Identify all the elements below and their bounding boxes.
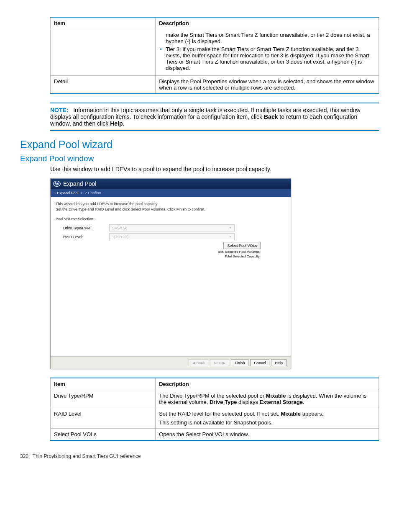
note-label: NOTE: xyxy=(50,107,69,113)
cell-desc: Opens the Select Pool VOLs window. xyxy=(156,429,379,441)
wizard-steps: 1.Expand Pool > 2.Confirm xyxy=(51,189,291,197)
raid-level-value: 1(2D+2D) xyxy=(112,235,128,239)
help-button[interactable]: Help xyxy=(271,359,286,366)
form-row-drive-type: Drive Type/RPM: SAS/15k ▼ xyxy=(63,224,286,231)
cell-item: Detail xyxy=(51,76,156,94)
finish-button[interactable]: Finish xyxy=(231,359,248,366)
table-continuation: Item Description make the Smart Tiers or… xyxy=(50,17,379,94)
wizard-step-1[interactable]: 1.Expand Pool xyxy=(54,191,79,195)
wizard-step-2[interactable]: 2.Confirm xyxy=(85,191,101,195)
drive-type-select[interactable]: SAS/15k ▼ xyxy=(109,224,235,231)
tier-list: Tier 3: If you make the Smart Tiers or S… xyxy=(159,46,375,71)
cell-item: RAID Level xyxy=(51,408,156,429)
wizard-intro-line: This wizard lets you add LDEVs to increa… xyxy=(56,201,286,207)
note-text: . xyxy=(123,120,125,127)
tier-bullet: Tier 3: If you make the Smart Tiers or S… xyxy=(166,46,375,71)
total-selected-capacity-label: Total Selected Capacity: xyxy=(225,254,261,258)
raid-level-select[interactable]: 1(2D+2D) ▼ xyxy=(109,233,235,240)
cell-desc: The Drive Type/RPM of the selected pool … xyxy=(156,390,379,408)
note-box: NOTE: Information in this topic assumes … xyxy=(50,103,379,131)
desc-text: make the Smart Tiers or Smart Tiers Z fu… xyxy=(159,32,375,44)
page-footer: 320 Thin Provisioning and Smart Tiers GU… xyxy=(20,453,379,459)
cell-desc: make the Smart Tiers or Smart Tiers Z fu… xyxy=(156,29,379,76)
wizard-intro: This wizard lets you add LDEVs to increa… xyxy=(56,201,286,212)
desc-bold: External Storage xyxy=(260,399,303,405)
cell-item: Drive Type/RPM xyxy=(51,390,156,408)
table-row: Select Pool VOLs Opens the Select Pool V… xyxy=(51,429,379,441)
drive-type-value: SAS/15k xyxy=(112,226,127,230)
wizard-titlebar: hp Expand Pool xyxy=(51,179,291,189)
desc-text: appears. xyxy=(301,411,323,417)
table-row: RAID Level Set the RAID level for the se… xyxy=(51,408,379,429)
desc-text: displays xyxy=(237,399,259,405)
wizard-footer: ◀ Back Next ▶ Finish Cancel Help xyxy=(51,356,291,369)
th-item: Item xyxy=(51,378,156,390)
wizard-title: Expand Pool xyxy=(63,180,96,187)
desc-text: This setting is not available for Snapsh… xyxy=(159,419,375,426)
th-desc: Description xyxy=(156,17,379,29)
pool-volume-selection-label: Pool Volume Selection: xyxy=(56,217,286,221)
cell-desc: Displays the Pool Properties window when… xyxy=(156,76,379,94)
wizard-step-sep: > xyxy=(81,191,83,195)
th-desc: Description xyxy=(156,378,379,390)
note-help-ref: Help xyxy=(110,120,123,127)
th-item: Item xyxy=(51,17,156,29)
table-row: make the Smart Tiers or Smart Tiers Z fu… xyxy=(51,29,379,76)
form-row-raid-level: RAID Level: 1(2D+2D) ▼ xyxy=(63,233,286,240)
next-button[interactable]: Next ▶ xyxy=(210,359,229,366)
cell-item xyxy=(51,29,156,76)
desc-text: . xyxy=(303,399,304,405)
chevron-down-icon: ▼ xyxy=(229,235,232,238)
raid-level-label: RAID Level: xyxy=(63,235,109,239)
heading-expand-pool-wizard: Expand Pool wizard xyxy=(20,139,379,151)
cell-desc: Set the RAID level for the selected pool… xyxy=(156,408,379,429)
page-footer-title: Thin Provisioning and Smart Tiers GUI re… xyxy=(33,453,141,459)
table-row: Detail Displays the Pool Properties wind… xyxy=(51,76,379,94)
back-button[interactable]: ◀ Back xyxy=(189,359,209,366)
desc-bold: Mixable xyxy=(281,411,301,417)
intro-paragraph: Use this window to add LDEVs to a pool t… xyxy=(50,166,379,172)
table-row: Drive Type/RPM The Drive Type/RPM of the… xyxy=(51,390,379,408)
select-pool-vols-button[interactable]: Select Pool VOLs xyxy=(223,242,261,249)
page-number: 320 xyxy=(20,453,28,459)
note-back-ref: Back xyxy=(264,113,278,120)
desc-text: Set the RAID level for the selected pool… xyxy=(159,411,281,417)
drive-type-label: Drive Type/RPM: xyxy=(63,226,109,230)
wizard-body: This wizard lets you add LDEVs to increa… xyxy=(51,197,291,356)
wizard-intro-line: Set the Drive Type and RAID Level and cl… xyxy=(56,207,286,212)
total-selected-volumes-label: Total Selected Pool Volumes: xyxy=(217,250,261,254)
heading-expand-pool-window: Expand Pool window xyxy=(20,154,379,163)
desc-text: The Drive Type/RPM of the selected pool … xyxy=(159,393,266,399)
cell-item: Select Pool VOLs xyxy=(51,429,156,441)
hp-logo-icon: hp xyxy=(53,181,61,187)
desc-bold: Mixable xyxy=(266,393,286,399)
desc-bold: Drive Type xyxy=(210,399,237,405)
table-expand-pool-items: Item Description Drive Type/RPM The Driv… xyxy=(50,378,379,441)
chevron-down-icon: ▼ xyxy=(229,226,232,229)
cancel-button[interactable]: Cancel xyxy=(250,359,269,366)
expand-pool-wizard: hp Expand Pool 1.Expand Pool > 2.Confirm… xyxy=(50,178,291,369)
